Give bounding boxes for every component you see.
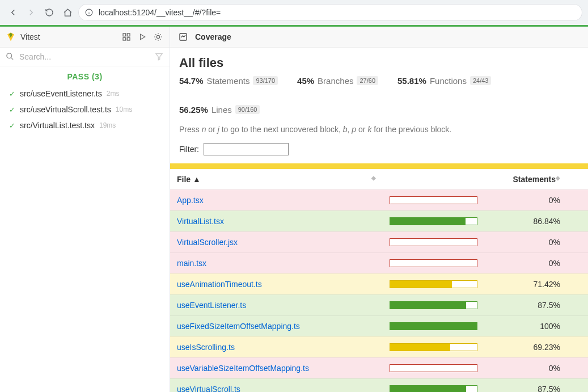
svg-line-15: [155, 39, 156, 40]
cell-pct: 87.5%: [485, 294, 567, 315]
cell-extra: [567, 357, 588, 378]
cell-bar: [383, 189, 485, 210]
metric-fraction: 93/170: [253, 76, 278, 85]
cell-pct: 100%: [485, 315, 567, 336]
svg-line-13: [155, 34, 156, 35]
filter-icon[interactable]: [155, 52, 164, 61]
address-bar[interactable]: localhost:51204/__vitest__/#/?file=: [78, 4, 582, 21]
cell-bar: [383, 315, 485, 336]
cell-bar: [383, 294, 485, 315]
main-header-title: Coverage: [195, 32, 231, 41]
metric: 55.81%Functions24/43: [397, 76, 491, 86]
metric: 45%Branches27/60: [297, 76, 378, 86]
cell-extra: [567, 336, 588, 357]
sort-toggle-icon: ◆: [556, 175, 560, 181]
test-file: src/useEventListener.ts: [20, 89, 102, 98]
coverage-bar: [390, 280, 477, 288]
metrics: 54.7%Statements93/17045%Branches27/6055.…: [179, 76, 579, 115]
table-row: useVirtualScroll.ts87.5%: [170, 378, 588, 392]
file-link[interactable]: useAnimationTimeout.ts: [177, 280, 262, 289]
svg-rect-4: [127, 33, 130, 36]
yellow-separator: [170, 163, 588, 169]
svg-rect-3: [123, 33, 126, 36]
coverage-bar: [390, 259, 477, 267]
cell-extra: [567, 252, 588, 273]
coverage-bar: [390, 343, 477, 351]
filter-row: Filter:: [179, 143, 579, 155]
cell-pct: 0%: [485, 252, 567, 273]
table-row: useFixedSizeItemOffsetMapping.ts100%: [170, 315, 588, 336]
site-info-icon[interactable]: [84, 7, 94, 18]
cell-pct: 86.84%: [485, 210, 567, 231]
cell-pct: 0%: [485, 189, 567, 210]
file-link[interactable]: useVirtualScroll.ts: [177, 385, 240, 392]
svg-rect-5: [123, 37, 126, 40]
table-row: main.tsx0%: [170, 252, 588, 273]
reload-button[interactable]: [42, 5, 57, 20]
col-statements[interactable]: Statements ◆: [485, 169, 567, 190]
cell-bar: [383, 378, 485, 392]
sidebar-search: [0, 48, 170, 66]
dashboard-icon[interactable]: [121, 31, 132, 43]
svg-line-16: [160, 34, 161, 35]
metric-label: Functions: [430, 76, 467, 86]
coverage-bar: [390, 217, 477, 225]
back-button[interactable]: [6, 5, 20, 20]
table-row: useIsScrolling.ts69.23%: [170, 336, 588, 357]
test-item[interactable]: ✓src/useEventListener.ts2ms: [3, 86, 166, 102]
col-file[interactable]: File ▲ ◆: [170, 169, 383, 190]
table-row: VirtualScroller.jsx0%: [170, 231, 588, 252]
cell-pct: 71.42%: [485, 273, 567, 294]
filter-label: Filter:: [179, 145, 199, 154]
browser-chrome: localhost:51204/__vitest__/#/?file=: [0, 0, 588, 25]
home-button[interactable]: [60, 5, 75, 20]
test-list: ✓src/useEventListener.ts2ms✓src/useVirtu…: [0, 86, 170, 137]
file-link[interactable]: App.tsx: [177, 196, 204, 205]
pass-banner: PASS (3): [0, 66, 170, 86]
file-link[interactable]: useFixedSizeItemOffsetMapping.ts: [177, 322, 300, 331]
cell-file: VirtualList.tsx: [170, 210, 383, 231]
table-row: useAnimationTimeout.ts71.42%: [170, 273, 588, 294]
metric-fraction: 24/43: [470, 76, 492, 85]
svg-rect-6: [127, 37, 130, 40]
metric-fraction: 27/60: [357, 76, 378, 85]
cell-file: VirtualScroller.jsx: [170, 231, 383, 252]
metric: 54.7%Statements93/170: [179, 76, 278, 86]
coverage-bar: [390, 196, 477, 204]
theme-icon[interactable]: [153, 31, 164, 43]
test-item[interactable]: ✓src/VirtualList.test.tsx19ms: [3, 117, 166, 133]
file-link[interactable]: useEventListener.ts: [177, 301, 246, 310]
test-item[interactable]: ✓src/useVirtualScroll.test.ts10ms: [3, 102, 166, 117]
vitest-logo-icon: [6, 32, 16, 42]
url-text: localhost:51204/__vitest__/#/?file=: [99, 8, 221, 17]
cell-extra: [567, 231, 588, 252]
coverage-table-wrapper[interactable]: File ▲ ◆ Statements ◆ App.tsx0%VirtualLi…: [170, 169, 588, 392]
brand[interactable]: Vitest: [6, 32, 40, 42]
test-file: src/VirtualList.test.tsx: [20, 121, 95, 130]
forward-button[interactable]: [24, 5, 39, 20]
file-link[interactable]: main.tsx: [177, 259, 206, 268]
search-input[interactable]: [19, 52, 150, 61]
cell-bar: [383, 273, 485, 294]
cell-extra: [567, 378, 588, 392]
metric: 56.25%Lines90/160: [179, 105, 260, 115]
svg-point-17: [7, 53, 12, 58]
cell-extra: [567, 210, 588, 231]
main-header: Coverage: [170, 27, 588, 48]
file-link[interactable]: VirtualList.tsx: [177, 217, 224, 226]
run-all-icon[interactable]: [137, 31, 148, 43]
sidebar-header: Vitest: [0, 27, 170, 48]
metric-label: Branches: [318, 76, 353, 86]
file-link[interactable]: useIsScrolling.ts: [177, 343, 235, 352]
filter-input[interactable]: [204, 143, 289, 155]
cell-bar: [383, 252, 485, 273]
file-link[interactable]: VirtualScroller.jsx: [177, 238, 238, 247]
test-time: 10ms: [116, 106, 132, 113]
metric-pct: 45%: [297, 76, 314, 86]
col-extra: [567, 169, 588, 190]
table-row: App.tsx0%: [170, 189, 588, 210]
coverage-bar: [390, 322, 477, 330]
file-link[interactable]: useVariableSizeItemOffsetMapping.ts: [177, 364, 309, 373]
cell-extra: [567, 189, 588, 210]
coverage-bar: [390, 238, 477, 246]
